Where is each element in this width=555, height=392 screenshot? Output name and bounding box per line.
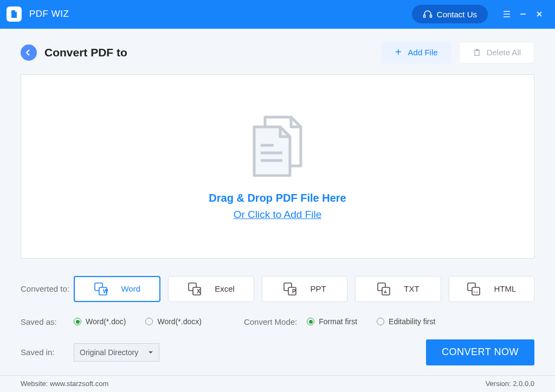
svg-text:W: W — [103, 288, 108, 294]
headset-icon — [423, 9, 433, 19]
plus-icon: + — [395, 46, 402, 59]
convert-mode-option-label: Format first — [319, 317, 357, 326]
saved-in-dropdown[interactable]: Original Directory — [74, 343, 159, 362]
format-label: Excel — [215, 284, 235, 293]
convert-mode-format-first[interactable]: Format first — [307, 317, 357, 326]
saved-as-option-label: Word(*.docx) — [157, 317, 201, 326]
convert-mode-group: Format first Editability first — [307, 317, 435, 326]
footer-version: Version: 2.0.0.0 — [486, 380, 534, 388]
saved-as-option-label: Word(*.doc) — [86, 317, 126, 326]
ppt-icon: P — [283, 282, 297, 296]
format-option-ppt[interactable]: P PPT — [262, 276, 347, 302]
format-label: PPT — [310, 284, 326, 293]
contact-us-label: Contact Us — [437, 10, 477, 19]
excel-icon: X — [188, 282, 202, 296]
radio-icon — [307, 318, 314, 325]
convert-mode-section: Convert Mode: Format first Editability f… — [244, 317, 436, 326]
saved-as-label: Saved as: — [21, 317, 74, 326]
app-logo — [7, 7, 22, 22]
txt-icon: A — [377, 282, 391, 296]
svg-text:P: P — [292, 288, 296, 294]
main-content: Convert PDF to + Add File Delete All Dra… — [0, 29, 555, 375]
app-title: PDF WIZ — [29, 9, 412, 20]
format-label: HTML — [494, 284, 516, 293]
word-icon: W — [94, 282, 108, 296]
dropzone-click-link[interactable]: Or Click to Add File — [234, 209, 322, 221]
svg-text:A: A — [384, 290, 387, 294]
saved-as-doc[interactable]: Word(*.doc) — [74, 317, 126, 326]
documents-icon — [242, 112, 313, 177]
radio-icon — [145, 318, 153, 325]
footer-website: Website: www.starzsoft.com — [21, 380, 108, 388]
delete-all-button[interactable]: Delete All — [459, 42, 534, 63]
format-option-word[interactable]: W Word — [74, 276, 160, 302]
format-option-html[interactable]: <> HTML — [449, 276, 534, 302]
format-label: TXT — [404, 284, 419, 293]
dropzone[interactable]: Drag & Drop PDF File Here Or Click to Ad… — [21, 74, 534, 259]
delete-all-label: Delete All — [487, 48, 521, 57]
footer: Website: www.starzsoft.com Version: 2.0.… — [0, 375, 555, 392]
svg-text:<>: <> — [473, 290, 479, 294]
convert-mode-editability-first[interactable]: Editability first — [377, 317, 435, 326]
convert-now-button[interactable]: CONVERT NOW — [426, 339, 534, 365]
saved-as-group: Word(*.doc) Word(*.docx) — [74, 317, 202, 326]
svg-text:X: X — [197, 288, 201, 294]
format-label: Word — [121, 284, 140, 293]
saved-as-docx[interactable]: Word(*.docx) — [145, 317, 201, 326]
title-bar: PDF WIZ Contact Us — [0, 0, 555, 29]
svg-rect-1 — [430, 15, 431, 18]
contact-us-button[interactable]: Contact Us — [412, 5, 488, 23]
radio-icon — [74, 318, 81, 325]
add-file-button[interactable]: + Add File — [382, 42, 451, 63]
saved-in-row: Saved in: Original Directory CONVERT NOW — [21, 339, 534, 365]
minimize-button[interactable] — [515, 6, 531, 22]
convert-mode-label: Convert Mode: — [244, 317, 297, 326]
dropzone-text-1: Drag & Drop PDF File Here — [209, 192, 346, 204]
svg-rect-0 — [423, 15, 425, 18]
radio-icon — [377, 318, 384, 325]
trash-icon — [473, 48, 481, 57]
saved-in-selected: Original Directory — [80, 348, 138, 357]
menu-button[interactable] — [499, 6, 515, 22]
back-button[interactable] — [21, 44, 37, 61]
format-option-excel[interactable]: X Excel — [168, 276, 254, 302]
add-file-label: Add File — [408, 48, 438, 57]
close-button[interactable] — [531, 6, 547, 22]
format-options: W Word X Excel P PPT A TXT <> HTML — [74, 276, 534, 302]
page-title: Convert PDF to — [44, 46, 382, 59]
options-row: Saved as: Word(*.doc) Word(*.docx) Conve… — [21, 317, 534, 326]
converted-to-row: Converted to: W Word X Excel P PPT A TXT… — [21, 276, 534, 302]
arrow-left-icon — [25, 49, 33, 56]
saved-in-label: Saved in: — [21, 348, 74, 357]
converted-to-label: Converted to: — [21, 284, 74, 293]
chevron-down-icon — [148, 350, 153, 355]
format-option-txt[interactable]: A TXT — [355, 276, 441, 302]
html-icon: <> — [467, 282, 481, 296]
page-header: Convert PDF to + Add File Delete All — [21, 42, 534, 63]
convert-mode-option-label: Editability first — [389, 317, 435, 326]
